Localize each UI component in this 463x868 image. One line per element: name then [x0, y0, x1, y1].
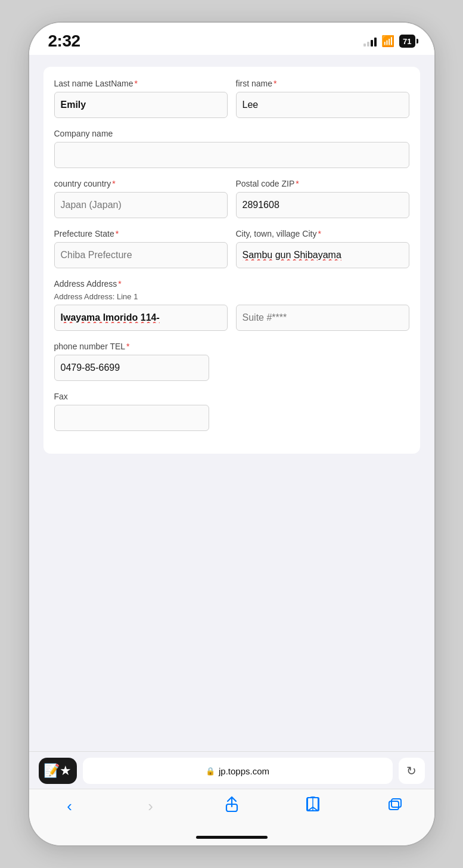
address-inputs-row: Address Address: Line 1 [54, 292, 409, 331]
lock-icon: 🔒 [206, 767, 215, 776]
prefecture-required: * [116, 229, 119, 238]
bookmarks-button[interactable] [298, 795, 328, 817]
address-line2-spacer [236, 292, 409, 301]
phone-row: phone number TEL* [54, 342, 409, 381]
postal-input[interactable] [236, 192, 409, 218]
prefecture-field: Prefecture State* [54, 229, 228, 268]
browser-chrome: 📝★ 🔒 jp.topps.com ↻ [29, 751, 434, 789]
name-row: Last name LastName* first name* [54, 79, 409, 118]
postal-field: Postal code ZIP* [236, 179, 409, 218]
address-required: * [118, 279, 121, 289]
prefecture-label: Prefecture State* [54, 229, 228, 238]
browser-bar: 📝★ 🔒 jp.topps.com ↻ [39, 758, 425, 784]
tabs-button[interactable] [379, 795, 409, 817]
company-name-input[interactable] [54, 142, 409, 168]
fax-label: Fax [54, 392, 209, 401]
reload-button[interactable]: ↻ [399, 758, 425, 784]
phone-input[interactable] [54, 355, 209, 381]
tabs-icon [386, 796, 402, 816]
last-name-input[interactable] [54, 92, 228, 118]
signal-bars-icon [363, 36, 377, 46]
address-row: Address Address* Address Address: Line 1 [54, 279, 409, 331]
back-icon: ‹ [67, 797, 72, 816]
forward-icon: › [148, 797, 153, 816]
svg-rect-4 [391, 799, 401, 807]
postal-label: Postal code ZIP* [236, 179, 409, 188]
status-icons: 📶 71 [363, 35, 415, 48]
phone-field: phone number TEL* [54, 342, 209, 381]
prefecture-input[interactable] [54, 242, 228, 268]
first-name-label: first name* [236, 79, 409, 88]
city-field: City, town, village City* [236, 229, 409, 268]
country-input[interactable] [54, 192, 228, 218]
last-name-field: Last name LastName* [54, 79, 228, 118]
phone-frame: 2:32 📶 71 Last name LastName* [29, 23, 434, 845]
url-bar[interactable]: 🔒 jp.topps.com [83, 758, 393, 784]
svg-rect-3 [389, 801, 399, 810]
fax-row: Fax [54, 392, 409, 431]
reload-icon: ↻ [406, 764, 417, 778]
country-field: country country* [54, 179, 228, 218]
last-name-required: * [135, 79, 138, 88]
bottom-nav: ‹ › [29, 789, 434, 829]
share-button[interactable] [217, 795, 247, 817]
company-name-label: Company name [54, 129, 409, 138]
address-line2-input[interactable] [236, 305, 409, 331]
bookmarks-icon [305, 796, 321, 816]
country-required: * [112, 179, 115, 188]
page-content: Last name LastName* first name* Company … [29, 55, 434, 751]
country-label: country country* [54, 179, 228, 188]
phone-label: phone number TEL* [54, 342, 209, 351]
city-input[interactable] [236, 242, 409, 268]
first-name-field: first name* [236, 79, 409, 118]
status-bar: 2:32 📶 71 [29, 23, 434, 55]
first-name-input[interactable] [236, 92, 409, 118]
postal-required: * [296, 179, 299, 188]
url-text: jp.topps.com [219, 766, 269, 776]
fax-field: Fax [54, 392, 209, 431]
back-button[interactable]: ‹ [55, 795, 85, 817]
country-postal-row: country country* Postal code ZIP* [54, 179, 409, 218]
translate-button[interactable]: 📝★ [39, 758, 77, 784]
wifi-icon: 📶 [381, 35, 394, 48]
forward-button[interactable]: › [136, 795, 166, 817]
address-line1-wrapper: Address Address: Line 1 [54, 292, 228, 331]
home-bar [196, 836, 268, 839]
share-icon [225, 796, 239, 816]
home-indicator [29, 829, 434, 845]
company-name-field: Company name [54, 129, 409, 168]
first-name-required: * [274, 79, 276, 88]
address-line2-wrapper [236, 292, 409, 331]
last-name-label: Last name LastName* [54, 79, 228, 88]
battery-icon: 71 [399, 35, 415, 48]
form-section: Last name LastName* first name* Company … [43, 67, 420, 454]
translate-icon: 📝★ [43, 763, 72, 779]
company-row: Company name [54, 129, 409, 168]
fax-input[interactable] [54, 405, 209, 431]
city-required: * [318, 229, 321, 238]
prefecture-city-row: Prefecture State* City, town, village Ci… [54, 229, 409, 268]
address-label: Address Address* [54, 279, 409, 289]
address-line1-input[interactable] [54, 305, 228, 331]
address-line1-label: Address Address: Line 1 [54, 292, 228, 301]
city-label: City, town, village City* [236, 229, 409, 238]
phone-required: * [126, 342, 129, 351]
status-time: 2:32 [48, 32, 80, 51]
